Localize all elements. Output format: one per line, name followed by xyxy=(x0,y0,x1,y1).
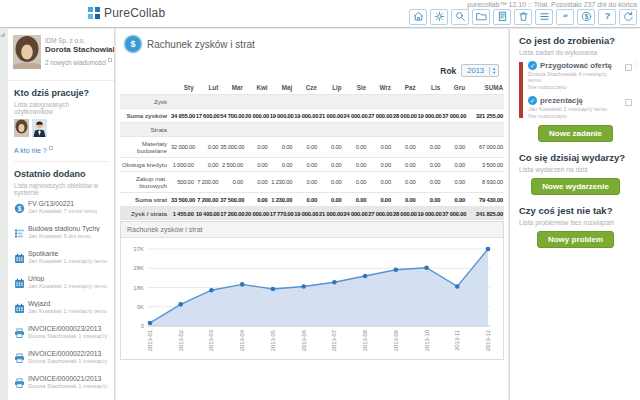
recent-title: Ostatnio dodano xyxy=(14,169,109,179)
recent-item-title: FV G/13/00221 xyxy=(28,200,97,207)
cell-value: 0.00 xyxy=(367,193,392,207)
cell-value xyxy=(195,123,220,137)
cell-value: 0.00 xyxy=(417,137,442,158)
list-icon-button[interactable] xyxy=(535,9,553,25)
year-select[interactable]: 2013 ▲▼ xyxy=(461,64,499,77)
finance-icon: $ xyxy=(581,8,592,26)
recent-item[interactable]: Budowa stadionu TychyJan Kowalski 5 dni … xyxy=(14,225,109,243)
table-row-obs-uga-kredytu: Obsługa kredytu1 000.000.002 500.000.000… xyxy=(120,158,504,172)
svg-text:2013-08: 2013-08 xyxy=(362,330,368,351)
chart-svg[interactable]: 09K18K28K37K2013-012013-022013-032013-04… xyxy=(121,239,497,355)
column-header: Wrz xyxy=(367,82,392,95)
folder-icon-button[interactable] xyxy=(472,9,490,25)
page-title: Rachunek zysków i strat xyxy=(147,39,255,50)
recent-item[interactable]: $FV G/13/00221Jan Kowalski 7 minut temu xyxy=(14,200,109,218)
task-done-checkbox[interactable] xyxy=(625,64,632,71)
cell-value: 8 930.00 xyxy=(466,172,504,193)
recent-item-meta: Dorota Stachowiak 1 miesiąc/y temu xyxy=(28,383,109,389)
column-header: Lut xyxy=(195,82,220,95)
recent-item-meta: Jan Kowalski 5 dni temu xyxy=(28,233,100,239)
cell-value: 0.00 xyxy=(318,172,343,193)
cell-value: 0.00 xyxy=(219,172,244,193)
man-avatar[interactable] xyxy=(32,119,47,141)
task-title[interactable]: Przygotować ofertę xyxy=(540,61,612,70)
cell-value: 54 700.00 xyxy=(219,109,244,123)
panel-resize-handle[interactable]: ⋮ xyxy=(632,60,638,67)
cell-value: 10 400.00 xyxy=(195,207,220,221)
cell-value: 0.00 xyxy=(195,158,220,172)
new-event-button[interactable]: Nowe wydarzenie xyxy=(531,178,620,195)
task-item[interactable]: ✓Przygotować ofertęDorota Stachowiak 4 m… xyxy=(528,61,632,90)
row-label: Strata xyxy=(120,123,170,137)
search-icon xyxy=(455,8,466,26)
todo-subtitle: Lista zadań do wykonania xyxy=(519,49,632,56)
recent-item[interactable]: INVOICE/0000022/2013Dorota Stachowiak 1 … xyxy=(14,350,109,368)
recent-item[interactable]: WyjazdJan Kowalski 1 miesiąc/y temu xyxy=(14,300,109,318)
cell-value: 24 000.00 xyxy=(343,207,368,221)
search-icon-button[interactable] xyxy=(451,9,469,25)
cell-value: 19 000.00 xyxy=(269,109,294,123)
cell-value xyxy=(318,123,343,137)
cell-value: 2 500.00 xyxy=(219,158,244,172)
recent-item-title: Urlop xyxy=(28,275,107,282)
recent-item[interactable]: SpotkanieJan Kowalski 1 miesiąc/y temu xyxy=(14,250,109,268)
column-header: Mar xyxy=(219,82,244,95)
problems-subtitle: Lista problemów bez rozwiązań xyxy=(519,219,632,226)
cell-value: 0.00 xyxy=(293,137,318,158)
profit-loss-table: StyLutMarKwiMajCzeLipSieWrzPaźLisGruSUMA… xyxy=(120,82,504,220)
year-value: 2013 xyxy=(462,66,489,75)
profit-loss-chart[interactable]: 09K18K28K37K2013-012013-022013-032013-04… xyxy=(121,238,503,359)
cell-value: 24 000.00 xyxy=(343,109,368,123)
woman-avatar[interactable] xyxy=(14,119,29,141)
svg-text:$: $ xyxy=(18,205,22,213)
profile-card[interactable]: IDM Sp. z o.o. Dorota Stachowiak 2 nowyc… xyxy=(8,29,114,81)
cell-value: 28 000.00 xyxy=(392,207,417,221)
new-messages-link[interactable]: 2 nowych wiadomości xyxy=(45,58,110,66)
profit-loss-icon: $ xyxy=(125,36,141,52)
cell-value: 0.00 xyxy=(293,158,318,172)
recent-item-title: INVOICE/0000021/2013 xyxy=(28,375,109,382)
column-header: Cze xyxy=(293,82,318,95)
who-not-link[interactable]: A kto nie ? xyxy=(14,146,109,154)
cell-value: 0.00 xyxy=(441,193,466,207)
sidebar-resize-handle[interactable]: ◢ xyxy=(0,30,5,37)
recent-item[interactable]: INVOICE/0000021/2013Dorota Stachowiak 1 … xyxy=(14,375,109,393)
logged-users-avatars xyxy=(14,119,109,141)
new-problem-button[interactable]: Nowy problem xyxy=(537,231,614,248)
undo-icon-button[interactable] xyxy=(619,9,637,25)
task-done-checkbox[interactable] xyxy=(625,99,632,106)
cell-value: 7 200.00 xyxy=(195,193,220,207)
calendar-icon xyxy=(14,275,25,293)
quotes-icon-button[interactable]: “ xyxy=(556,9,574,25)
column-header: Maj xyxy=(269,82,294,95)
row-label: Suma strat xyxy=(120,193,170,207)
who-works-section: Kto dziś pracuje? Lista zalogowanych uży… xyxy=(8,81,114,162)
recent-item[interactable]: UrlopJan Kowalski 1 miesiąc/y temu xyxy=(14,275,109,293)
table-row-zakup-mat-biurowych: Zakup mat. biurowych500.007 200.000.000.… xyxy=(120,172,504,193)
year-spinner-icon[interactable]: ▲▼ xyxy=(489,67,498,75)
settings-icon-button[interactable] xyxy=(430,9,448,25)
help-icon-button[interactable]: ? xyxy=(598,9,616,25)
cell-value: 0.00 xyxy=(293,193,318,207)
folder-icon xyxy=(476,8,487,26)
trash-icon-button[interactable] xyxy=(514,9,532,25)
new-task-button[interactable]: Nowe zadanie xyxy=(538,125,613,142)
cell-value: 0.00 xyxy=(318,137,343,158)
task-check-icon: ✓ xyxy=(528,96,537,105)
column-header: Lis xyxy=(417,82,442,95)
task-item[interactable]: ✓prezentacjęJan Kowalski 1 miesiąc/y tem… xyxy=(528,96,632,119)
cell-value xyxy=(170,123,195,137)
task-title[interactable]: prezentację xyxy=(540,96,583,105)
table-header-row: StyLutMarKwiMajCzeLipSieWrzPaźLisGruSUMA xyxy=(120,82,504,95)
home-icon xyxy=(413,8,424,26)
sidebar: IDM Sp. z o.o. Dorota Stachowiak 2 nowyc… xyxy=(8,29,115,400)
home-icon-button[interactable] xyxy=(409,9,427,25)
app-logo[interactable]: PureCollab xyxy=(88,6,165,20)
cell-value: 0.00 xyxy=(441,137,466,158)
finance-icon-button[interactable]: $ xyxy=(577,9,595,25)
avatar[interactable] xyxy=(13,35,41,73)
invoices-icon-button[interactable] xyxy=(493,9,511,25)
topbar: PureCollab purecollab™ 12.10 :: Trial. P… xyxy=(0,0,640,28)
recent-item[interactable]: INVOICE/0000023/2013Dorota Stachowiak 1 … xyxy=(14,325,109,343)
cell-value xyxy=(466,95,504,109)
